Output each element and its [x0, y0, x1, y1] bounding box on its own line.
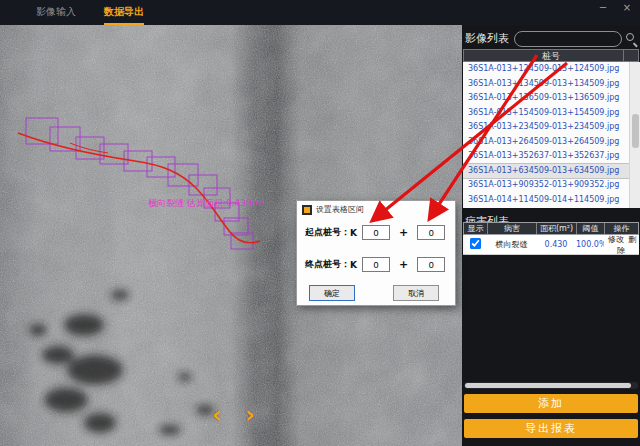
end-stake-km-input[interactable]: [362, 257, 390, 272]
list-item[interactable]: 36S1A-013+352637-013+352637.jpg: [463, 149, 639, 164]
list-item[interactable]: 36S1A-013+154509-013+154509.jpg: [463, 106, 639, 121]
defect-show-checkbox[interactable]: [469, 238, 480, 249]
search-icon[interactable]: [625, 32, 638, 45]
defect-area: 0.430: [536, 240, 576, 249]
list-item[interactable]: 36S1A-013+136509-013+136509.jpg: [463, 91, 639, 106]
defect-threshold: 100.0%: [576, 240, 604, 249]
plus-sign: +: [399, 258, 408, 271]
defect-table-scrollbar[interactable]: [464, 382, 638, 389]
prev-image-arrow[interactable]: ‹: [212, 403, 222, 427]
tab-data-export[interactable]: 数据导出: [104, 0, 144, 25]
ok-button[interactable]: 确定: [309, 285, 355, 301]
close-icon[interactable]: ×: [620, 2, 634, 13]
list-item[interactable]: 36S1A-013+264509-013+264509.jpg: [463, 135, 639, 150]
add-button[interactable]: 添加: [464, 394, 638, 413]
dialog-title-bar: 设置表格区间: [297, 201, 455, 218]
search-input[interactable]: [514, 31, 622, 47]
defect-name: 横向裂缝: [487, 239, 536, 250]
start-stake-prefix: K: [350, 228, 357, 238]
window-controls: ─ ×: [596, 2, 634, 13]
image-file-list: 36S1A-013+124509-013+124509.jpg36S1A-013…: [463, 62, 639, 208]
list-item[interactable]: 36S1A-013+909352-013+909352.jpg: [463, 178, 639, 193]
cancel-button[interactable]: 取消: [393, 285, 439, 301]
dialog-title: 设置表格区间: [316, 204, 364, 215]
list-item[interactable]: 36S1A-013+634509-013+634509.jpg: [463, 164, 639, 179]
file-list-scrollbar[interactable]: [629, 62, 640, 208]
next-image-arrow[interactable]: ›: [245, 403, 255, 427]
minimize-icon[interactable]: ─: [596, 2, 610, 13]
start-stake-label: 起点桩号：: [305, 226, 350, 239]
start-stake-m-input[interactable]: [417, 225, 445, 240]
tab-bar: 影像输入 数据导出: [36, 0, 144, 25]
plus-sign: +: [399, 226, 408, 239]
end-stake-prefix: K: [350, 260, 357, 270]
stake-range-dialog: 设置表格区间 起点桩号： K + 终点桩号： K + 确定 取消: [296, 200, 456, 306]
app-window: 影像输入 数据导出 ─ ×: [0, 0, 640, 446]
dialog-icon: [302, 205, 312, 215]
defect-table-row: 横向裂缝 0.430 100.0% 修改 删除: [463, 235, 639, 255]
image-list-column-header: 桩号: [463, 49, 639, 62]
tab-image-input[interactable]: 影像输入: [36, 0, 76, 25]
crack-label: 横向裂缝 估算面积:0.430m²: [148, 198, 264, 208]
right-panel: 影像列表 桩号 36S1A-013+124509-013+124509.jpg3…: [462, 25, 640, 446]
list-item[interactable]: 36S1A-013+134509-013+134509.jpg: [463, 77, 639, 92]
list-item[interactable]: 36S1A-014+114509-014+114509.jpg: [463, 193, 639, 208]
end-stake-m-input[interactable]: [417, 257, 445, 272]
start-stake-km-input[interactable]: [362, 225, 390, 240]
export-report-button[interactable]: 导出报表: [464, 419, 638, 438]
defect-edit-link[interactable]: 修改: [608, 235, 624, 244]
list-item[interactable]: 36S1A-013+234509-013+234509.jpg: [463, 120, 639, 135]
top-bar: 影像输入 数据导出 ─ ×: [0, 0, 640, 25]
list-item[interactable]: 36S1A-013+124509-013+124509.jpg: [463, 62, 639, 77]
end-stake-label: 终点桩号：: [305, 258, 350, 271]
